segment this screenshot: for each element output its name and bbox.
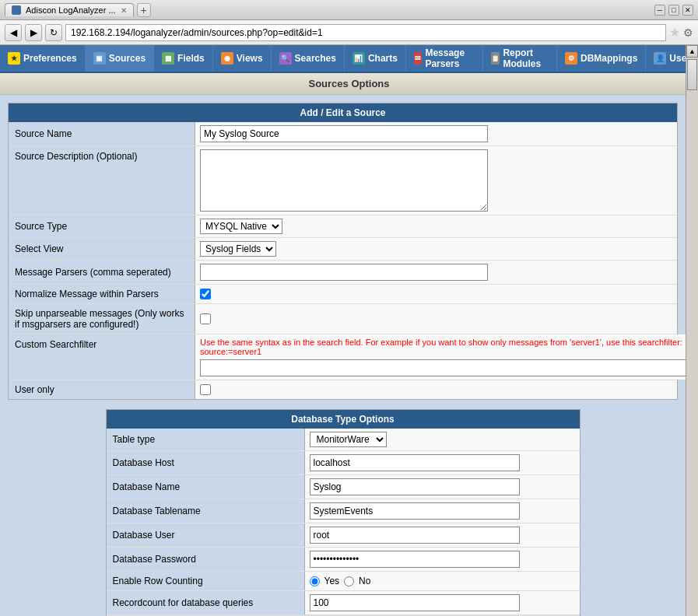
scroll-thumb[interactable] — [687, 59, 697, 90]
db-tablename-value — [305, 499, 580, 523]
tab-close-icon[interactable]: ✕ — [121, 6, 127, 15]
recordcount-value — [305, 591, 580, 614]
address-bar[interactable] — [65, 24, 666, 41]
tab-title: Adiscon LogAnalyzer ... — [26, 5, 116, 15]
add-edit-source-header: Add / Edit a Source — [9, 103, 677, 122]
window-maximize-icon[interactable]: □ — [668, 5, 679, 16]
nav-back-button[interactable]: ◀ — [5, 24, 22, 41]
row-counting-yes-radio[interactable] — [310, 576, 320, 586]
db-tablename-label: Database Tablename — [107, 499, 305, 523]
source-name-row: Source Name — [9, 122, 677, 146]
normalize-message-checkbox[interactable] — [200, 289, 211, 299]
user-icon: 👤 — [654, 52, 666, 65]
custom-searchfilter-input[interactable] — [200, 359, 698, 376]
table-type-select[interactable]: MonitorWare — [310, 432, 387, 447]
bookmark-star-icon[interactable]: ★ — [669, 25, 680, 40]
db-host-row: Database Host — [107, 451, 580, 475]
db-user-row: Database User — [107, 523, 580, 548]
source-type-value: MYSQL Native — [195, 215, 677, 237]
preferences-icon: ★ — [8, 52, 20, 65]
source-name-value — [195, 122, 677, 145]
select-view-value: Syslog Fields — [195, 238, 677, 260]
table-type-value: MonitorWare — [305, 429, 580, 450]
scroll-up-button[interactable]: ▲ — [686, 45, 698, 58]
message-parsers-label: Message Parsers (comma seperated) — [9, 261, 195, 284]
skip-unparseable-row: Skip unparseable messages (Only works if… — [9, 304, 677, 334]
nav-item-searches[interactable]: 🔍 Searches — [272, 45, 345, 72]
message-parsers-icon: ✉ — [414, 52, 422, 65]
recordcount-input[interactable] — [310, 594, 520, 611]
source-name-label: Source Name — [9, 122, 195, 145]
settings-icon[interactable]: ⚙ — [683, 26, 693, 39]
nav-item-message-parsers[interactable]: ✉ Message Parsers — [406, 45, 483, 72]
nav-report-modules-label: Report Modules — [503, 47, 549, 69]
source-type-row: Source Type MYSQL Native — [9, 215, 677, 238]
select-view-label: Select View — [9, 238, 195, 260]
db-name-row: Database Name — [107, 475, 580, 499]
nav-item-views[interactable]: ◉ Views — [213, 45, 272, 72]
recordcount-row: Recordcount for database queries — [107, 591, 580, 615]
row-counting-no-label: No — [359, 576, 370, 586]
enable-row-counting-label: Enable Row Counting — [107, 572, 305, 590]
nav-searches-label: Searches — [295, 53, 336, 64]
db-options-header: Database Type Options — [107, 410, 580, 429]
user-only-value — [195, 380, 677, 399]
custom-searchfilter-value: Use the same syntax as in the search fie… — [195, 334, 698, 380]
custom-searchfilter-row: Custom Searchfilter Use the same syntax … — [9, 334, 677, 380]
table-type-row: Table type MonitorWare — [107, 429, 580, 451]
views-icon: ◉ — [221, 52, 233, 65]
report-modules-icon: 📋 — [491, 52, 500, 65]
window-minimize-icon[interactable]: ─ — [654, 5, 665, 16]
db-host-input[interactable] — [310, 454, 520, 471]
message-parsers-row: Message Parsers (comma seperated) — [9, 261, 677, 285]
normalize-message-row: Normalize Message within Parsers — [9, 285, 677, 304]
user-only-checkbox[interactable] — [200, 384, 211, 395]
app-container: ★ Preferences ▣ Sources ▦ Fields ◉ Views… — [0, 45, 698, 616]
nav-item-charts[interactable]: 📊 Charts — [345, 45, 406, 72]
nav-item-preferences[interactable]: ★ Preferences — [0, 45, 86, 72]
nav-item-dbmappings[interactable]: ⚙ DBMappings — [557, 45, 646, 72]
db-user-value — [305, 523, 580, 547]
nav-preferences-label: Preferences — [23, 53, 77, 64]
nav-forward-button[interactable]: ▶ — [25, 24, 42, 41]
window-close-icon[interactable]: ✕ — [682, 5, 693, 16]
nav-item-fields[interactable]: ▦ Fields — [154, 45, 213, 72]
db-user-input[interactable] — [310, 527, 520, 544]
fields-icon: ▦ — [162, 52, 174, 65]
db-name-input[interactable] — [310, 478, 520, 495]
message-parsers-input[interactable] — [200, 264, 488, 281]
page-header: Sources Options — [0, 73, 698, 95]
db-name-label: Database Name — [107, 475, 305, 499]
skip-unparseable-checkbox[interactable] — [200, 313, 211, 324]
source-description-input[interactable] — [200, 149, 488, 212]
sources-icon: ▣ — [93, 52, 106, 65]
source-type-select[interactable]: MYSQL Native — [200, 219, 282, 234]
custom-searchfilter-label: Custom Searchfilter — [9, 334, 195, 380]
row-counting-no-radio[interactable] — [344, 576, 354, 586]
nav-refresh-button[interactable]: ↻ — [45, 24, 62, 41]
new-tab-button[interactable]: + — [137, 3, 151, 17]
nav-item-report-modules[interactable]: 📋 Report Modules — [483, 45, 557, 72]
source-name-input[interactable] — [200, 125, 488, 142]
enable-row-counting-value: Yes No — [305, 572, 580, 590]
nav-bar: ★ Preferences ▣ Sources ▦ Fields ◉ Views… — [0, 45, 698, 73]
db-tablename-input[interactable] — [310, 502, 520, 520]
charts-icon: 📊 — [353, 52, 365, 65]
tab-favicon — [12, 5, 21, 15]
source-description-row: Source Description (Optional) — [9, 146, 677, 215]
db-host-value — [305, 451, 580, 474]
vertical-scrollbar[interactable]: ▲ ▼ — [686, 45, 698, 616]
nav-charts-label: Charts — [368, 53, 398, 64]
db-tablename-row: Database Tablename — [107, 499, 580, 523]
db-password-label: Database Password — [107, 548, 305, 571]
select-view-select[interactable]: Syslog Fields — [200, 241, 276, 257]
browser-titlebar: Adiscon LogAnalyzer ... ✕ + ─ □ ✕ — [0, 0, 698, 20]
db-password-input[interactable] — [310, 551, 520, 568]
nav-item-sources[interactable]: ▣ Sources — [86, 45, 154, 72]
dbmappings-icon: ⚙ — [565, 52, 577, 65]
source-description-label: Source Description (Optional) — [9, 146, 195, 215]
nav-message-parsers-label: Message Parsers — [425, 47, 475, 69]
browser-tab[interactable]: Adiscon LogAnalyzer ... ✕ — [5, 3, 134, 16]
page-header-title: Sources Options — [308, 78, 389, 89]
user-only-label: User only — [9, 380, 195, 399]
